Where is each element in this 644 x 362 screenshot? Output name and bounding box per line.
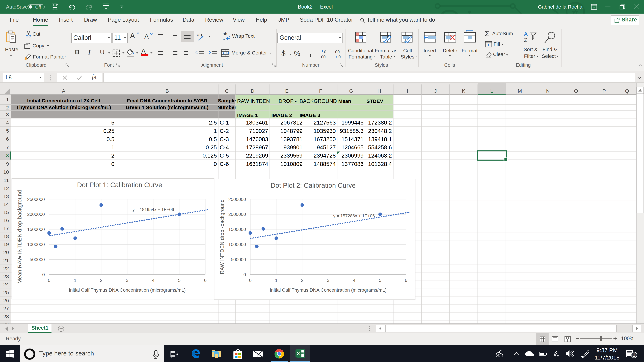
svg-text:C-1: C-1 [220, 119, 229, 126]
svg-text:23: 23 [3, 274, 9, 279]
svg-text:Sample: Sample [218, 98, 236, 103]
svg-text:X: X [297, 351, 300, 356]
svg-text:19: 19 [3, 242, 9, 247]
svg-text:2127563: 2127563 [314, 119, 336, 126]
svg-text:1514371: 1514371 [342, 136, 364, 142]
svg-text:1010809: 1010809 [280, 161, 302, 167]
svg-text:28: 28 [3, 314, 9, 319]
svg-text:0: 0 [42, 272, 45, 277]
svg-text:7: 7 [6, 145, 9, 150]
svg-text:27: 27 [3, 306, 9, 311]
svg-text:0: 0 [324, 50, 326, 54]
svg-text:IMAGE 3: IMAGE 3 [300, 112, 320, 118]
svg-text:1: 1 [6, 97, 9, 102]
svg-text:1: 1 [74, 278, 76, 283]
svg-text:2: 2 [100, 278, 102, 283]
svg-text:Thymus DNA solution (microgram: Thymus DNA solution (micrograms/mL) [16, 105, 111, 110]
svg-text:0.5: 0.5 [106, 136, 114, 142]
svg-text:L: L [490, 88, 493, 94]
svg-text:C-5: C-5 [220, 152, 229, 159]
svg-text:F: F [319, 88, 322, 94]
svg-text:500000: 500000 [231, 257, 246, 262]
svg-text:6: 6 [204, 278, 206, 283]
svg-text:C-2: C-2 [220, 128, 229, 134]
svg-text:RAW INTDEN: RAW INTDEN [237, 98, 270, 104]
svg-text:21: 21 [3, 258, 9, 263]
svg-text:Dot Plot 1: Calibration Curve: Dot Plot 1: Calibration Curve [77, 181, 162, 189]
svg-text:3: 3 [126, 278, 128, 283]
svg-text:Dot Plot 2: Calibration Curve: Dot Plot 2: Calibration Curve [271, 182, 356, 189]
svg-text:1393781: 1393781 [280, 136, 302, 142]
svg-text:RAW INTDEN drop -background: RAW INTDEN drop -background [219, 199, 225, 274]
svg-text:2000000: 2000000 [228, 212, 246, 217]
svg-text:0.25: 0.25 [103, 128, 114, 134]
svg-text:101328.4: 101328.4 [368, 161, 392, 167]
svg-text:1035930: 1035930 [314, 128, 336, 134]
svg-text:H: H [377, 88, 381, 94]
svg-text:5: 5 [178, 278, 180, 283]
svg-text:4: 4 [152, 278, 154, 283]
svg-text:0: 0 [243, 272, 246, 277]
svg-text:2339559: 2339559 [280, 152, 302, 159]
svg-text:12: 12 [3, 186, 9, 191]
svg-text:2000000: 2000000 [27, 212, 45, 217]
svg-text:0: 0 [249, 278, 252, 283]
svg-text:Initial Concentration of 2X Ce: Initial Concentration of 2X Cell [27, 98, 100, 103]
svg-text:P: P [602, 88, 606, 94]
svg-text:172380.2: 172380.2 [368, 119, 392, 126]
svg-text:IMAGE 1: IMAGE 1 [237, 112, 258, 118]
svg-text:Off: Off [35, 4, 41, 9]
svg-text:5: 5 [111, 119, 114, 126]
svg-text:I: I [407, 88, 408, 94]
svg-text:Mean: Mean [338, 98, 351, 104]
svg-text:D: D [251, 88, 254, 94]
svg-text:O: O [574, 88, 578, 94]
svg-text:.00: .00 [320, 55, 326, 59]
svg-text:17: 17 [3, 226, 9, 231]
svg-text:1488574: 1488574 [314, 161, 336, 167]
svg-text:939901: 939901 [284, 144, 302, 150]
svg-text:0: 0 [111, 161, 114, 167]
svg-text:2.5: 2.5 [209, 119, 217, 126]
svg-text:1500000: 1500000 [228, 227, 246, 232]
svg-text:3: 3 [6, 112, 9, 117]
svg-text:.00: .00 [334, 50, 340, 54]
svg-text:1204665: 1204665 [342, 144, 364, 150]
svg-text:N: N [546, 88, 550, 94]
svg-text:10: 10 [3, 169, 9, 175]
svg-text:14: 14 [3, 201, 9, 207]
svg-text:Initial Calf Thymus DNA Concen: Initial Calf Thymus DNA Concentration (m… [69, 287, 186, 293]
svg-text:6: 6 [6, 136, 9, 142]
svg-text:1: 1 [275, 278, 278, 283]
svg-text:A: A [62, 88, 65, 94]
svg-text:15: 15 [3, 210, 9, 215]
svg-text:0: 0 [48, 278, 50, 283]
svg-text:1476083: 1476083 [246, 136, 268, 142]
svg-text:16: 16 [3, 218, 9, 223]
svg-text:Mean RAW INTDEN drop-backgroun: Mean RAW INTDEN drop-background [16, 190, 23, 284]
svg-text:Final DNA Concentration In SYB: Final DNA Concentration In SYBR [127, 98, 208, 103]
svg-text:29: 29 [3, 322, 9, 324]
svg-text:9: 9 [6, 161, 9, 167]
svg-text:2219269: 2219269 [246, 152, 268, 159]
svg-text:13: 13 [3, 194, 9, 199]
svg-text:1803461: 1803461 [246, 119, 268, 126]
svg-text:931585.3: 931585.3 [340, 128, 364, 134]
svg-text:A: A [524, 31, 528, 37]
svg-text:4: 4 [6, 120, 9, 125]
svg-text:c: c [223, 36, 225, 41]
svg-text:18: 18 [3, 234, 9, 239]
svg-text:945127: 945127 [317, 144, 336, 150]
svg-text:0: 0 [214, 161, 217, 167]
svg-text:Initial Calf Thymus DNA Concen: Initial Calf Thymus DNA Concentration (m… [270, 287, 387, 293]
svg-text:25: 25 [3, 290, 9, 295]
svg-text:26: 26 [3, 298, 9, 303]
svg-text:E: E [285, 88, 288, 94]
svg-text:1000000: 1000000 [228, 242, 246, 247]
svg-text:B: B [166, 88, 169, 94]
svg-text:Q: Q [625, 88, 629, 94]
svg-text:y = 157286x + 1E+06: y = 157286x + 1E+06 [333, 213, 375, 218]
svg-text:0.5: 0.5 [209, 136, 217, 142]
svg-text:554258.6: 554258.6 [368, 144, 392, 150]
svg-text:139418.1: 139418.1 [368, 136, 392, 142]
